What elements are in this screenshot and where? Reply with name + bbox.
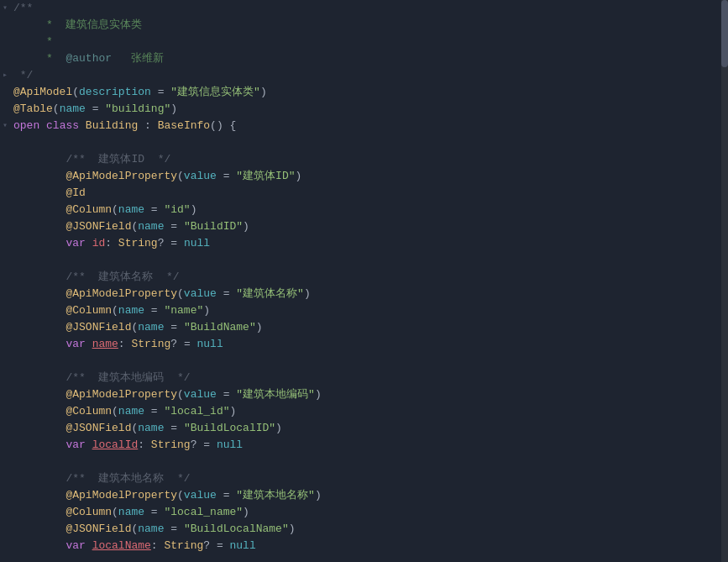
line-content: @JSONField(name = "BuildName") <box>10 319 728 336</box>
code-line: var localId: String? = null <box>0 437 728 454</box>
line-content: open class Building : BaseInfo() { <box>10 118 728 134</box>
code-line: @JSONField(name = "BuildID") <box>0 218 728 235</box>
line-content: @Table(name = "building") <box>10 101 728 118</box>
scrollbar[interactable] <box>721 0 728 562</box>
fold-icon[interactable]: ▾ <box>0 0 10 17</box>
line-content: @JSONField(name = "BuildLocalName") <box>10 521 728 538</box>
code-editor: ▾/** * 建筑信息实体类 * * @author 张维新▸ */@ApiMo… <box>0 0 728 562</box>
line-content: var localId: String? = null <box>10 437 728 454</box>
code-line: ▸ */ <box>0 67 728 84</box>
code-line: var name: String? = null <box>0 336 728 353</box>
code-line: @Column(name = "name") <box>0 302 728 319</box>
code-line: @JSONField(name = "BuildLocalID") <box>0 420 728 437</box>
code-line <box>0 353 728 370</box>
code-line: ▾/** <box>0 0 728 17</box>
code-line: @ApiModelProperty(value = "建筑体名称") <box>0 286 728 302</box>
line-content: /** 建筑体名称 */ <box>10 269 728 286</box>
code-line: * @author 张维新 <box>0 50 728 67</box>
code-line: @ApiModelProperty(value = "建筑体ID") <box>0 168 728 185</box>
fold-icon[interactable]: ▸ <box>0 67 10 84</box>
line-content: @Id <box>10 185 728 202</box>
line-content: @ApiModel(description = "建筑信息实体类") <box>10 84 728 101</box>
line-content: @ApiModelProperty(value = "建筑体名称") <box>10 286 728 302</box>
code-line: var localName: String? = null <box>0 538 728 554</box>
line-content: @ApiModelProperty(value = "建筑体ID") <box>10 168 728 185</box>
scroll-thumb[interactable] <box>721 0 728 67</box>
code-line: /** 建筑本地名称 */ <box>0 470 728 487</box>
code-line: @Column(name = "id") <box>0 202 728 218</box>
line-content: @Column(name = "name") <box>10 302 728 319</box>
line-content: @Column(name = "id") <box>10 202 728 218</box>
code-line: @ApiModelProperty(value = "建筑本地名称") <box>0 487 728 504</box>
code-line <box>0 252 728 269</box>
line-content: @ApiModelProperty(value = "建筑本地名称") <box>10 487 728 504</box>
code-line: /** 建筑体名称 */ <box>0 269 728 286</box>
line-content: var localName: String? = null <box>10 538 728 554</box>
line-content: */ <box>10 67 728 84</box>
code-line: @Column(name = "local_id") <box>0 403 728 420</box>
code-line: @Column(name = "local_name") <box>0 504 728 521</box>
line-content: * 建筑信息实体类 <box>10 17 728 34</box>
line-content: @Column(name = "local_name") <box>10 504 728 521</box>
code-line: /** 建筑体ID */ <box>0 151 728 168</box>
code-line: * <box>0 34 728 50</box>
line-content: @JSONField(name = "BuildLocalID") <box>10 420 728 437</box>
code-line: /** 建筑本地编码 */ <box>0 370 728 386</box>
code-line: @JSONField(name = "BuildName") <box>0 319 728 336</box>
code-line: @Id <box>0 185 728 202</box>
code-line: @ApiModelProperty(value = "建筑本地编码") <box>0 386 728 403</box>
code-line: * 建筑信息实体类 <box>0 17 728 34</box>
fold-icon[interactable]: ▾ <box>0 118 10 134</box>
line-content: var id: String? = null <box>10 235 728 252</box>
line-content: @ApiModelProperty(value = "建筑本地编码") <box>10 386 728 403</box>
code-line <box>0 454 728 470</box>
code-line: @ApiModel(description = "建筑信息实体类") <box>0 84 728 101</box>
line-content: var name: String? = null <box>10 336 728 353</box>
line-content: /** <box>10 0 728 17</box>
line-content: @Column(name = "local_id") <box>10 403 728 420</box>
code-line <box>0 134 728 151</box>
code-line: ▾open class Building : BaseInfo() { <box>0 118 728 134</box>
code-line: @JSONField(name = "BuildLocalName") <box>0 521 728 538</box>
line-content: @JSONField(name = "BuildID") <box>10 218 728 235</box>
code-line: var id: String? = null <box>0 235 728 252</box>
line-content: * <box>10 34 728 50</box>
line-content: /** 建筑本地名称 */ <box>10 470 728 487</box>
line-content: * @author 张维新 <box>10 50 728 67</box>
code-line: @Table(name = "building") <box>0 101 728 118</box>
line-content: /** 建筑本地编码 */ <box>10 370 728 386</box>
line-content: /** 建筑体ID */ <box>10 151 728 168</box>
